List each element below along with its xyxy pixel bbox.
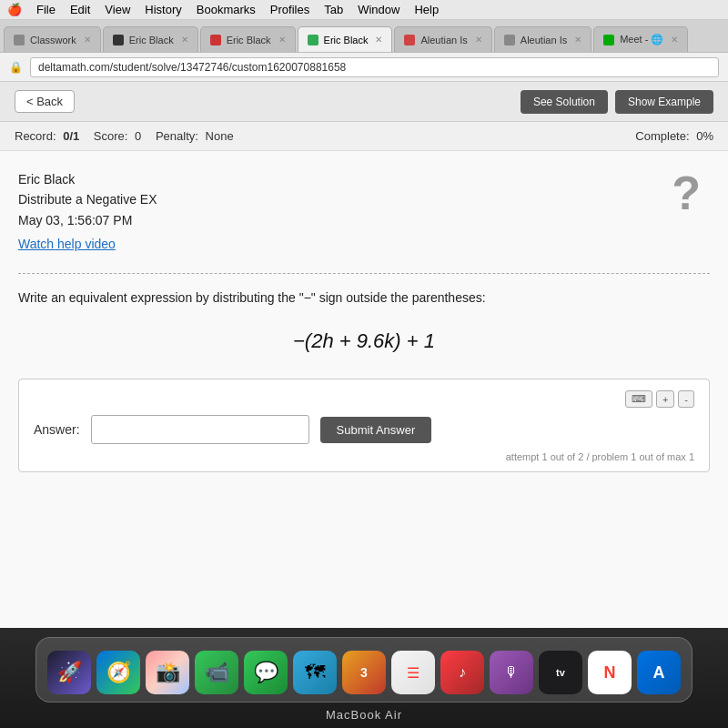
dock-item-rocket[interactable]: 🚀 xyxy=(47,651,91,694)
dock-item-tv[interactable]: tv xyxy=(539,651,582,694)
tab-close-icon[interactable]: ✕ xyxy=(671,35,678,45)
menu-tab[interactable]: Tab xyxy=(324,3,343,16)
tab-label: Eric Black xyxy=(324,35,369,46)
problem-instruction: Write an equivalent expression by distri… xyxy=(18,288,710,308)
student-name: Eric Black xyxy=(18,169,710,189)
dock-item-messages[interactable]: 💬 xyxy=(244,651,288,694)
menu-history[interactable]: History xyxy=(145,3,181,16)
dock-item-safari[interactable]: 🧭 xyxy=(96,651,140,694)
watch-help-link[interactable]: Watch help video xyxy=(18,237,116,251)
menu-view[interactable]: View xyxy=(105,3,130,16)
dock-item-maps[interactable]: 🗺 xyxy=(293,651,337,694)
attempt-info: attempt 1 out of 2 / problem 1 out of ma… xyxy=(34,451,694,462)
menu-bar: 🍎 File Edit View History Bookmarks Profi… xyxy=(0,0,728,20)
tab-meet[interactable]: Meet - 🌐 ✕ xyxy=(593,26,688,52)
student-info-wrapper: Eric Black Distribute a Negative EX May … xyxy=(18,169,710,230)
tab-favicon xyxy=(210,35,221,46)
tab-favicon xyxy=(603,35,614,46)
answer-input[interactable] xyxy=(91,415,309,444)
tab-favicon xyxy=(404,35,415,46)
tab-label: Eric Black xyxy=(129,35,174,46)
tab-aleutian-2[interactable]: Aleutian Is ✕ xyxy=(494,26,592,52)
submit-answer-button[interactable]: Submit Answer xyxy=(320,417,432,443)
complete-info: Complete: 0% xyxy=(635,129,713,143)
tab-aleutian-1[interactable]: Aleutian Is ✕ xyxy=(394,26,491,52)
back-button[interactable]: < Back xyxy=(15,90,75,113)
dock-item-facetime[interactable]: 📹 xyxy=(195,651,238,694)
lock-icon: 🔒 xyxy=(9,61,23,74)
score-bar: Record: 0/1 Score: 0 Penalty: None Compl… xyxy=(0,122,728,151)
dock-item-news[interactable]: N xyxy=(588,651,632,694)
tab-label: Aleutian Is xyxy=(420,35,467,46)
score-value: 0 xyxy=(135,129,141,143)
tab-eric-black-2[interactable]: Eric Black ✕ xyxy=(200,26,296,52)
dock-item-calendar[interactable]: 3 xyxy=(342,651,386,694)
help-question-icon[interactable]: ? xyxy=(672,169,701,217)
score-info: Record: 0/1 Score: 0 Penalty: None xyxy=(15,129,234,143)
dock-item-music[interactable]: ♪ xyxy=(440,651,484,694)
menu-help[interactable]: Help xyxy=(414,3,439,16)
see-solution-button[interactable]: See Solution xyxy=(521,90,608,114)
tab-close-icon[interactable]: ✕ xyxy=(84,35,91,45)
minus-button[interactable]: - xyxy=(678,390,694,408)
menu-bookmarks[interactable]: Bookmarks xyxy=(197,3,256,16)
dock-bar: 🚀 🧭 📸 📹 💬 🗺 3 ☰ ♪ 🎙 tv N A xyxy=(35,637,693,703)
tab-close-icon[interactable]: ✕ xyxy=(278,35,286,45)
tab-label: Classwork xyxy=(30,35,76,46)
action-buttons: See Solution Show Example xyxy=(521,90,713,114)
dock-item-appstore[interactable]: A xyxy=(637,651,681,694)
menu-file[interactable]: File xyxy=(36,3,56,16)
menu-window[interactable]: Window xyxy=(358,3,399,16)
tab-close-icon[interactable]: ✕ xyxy=(574,35,581,45)
complete-label: Complete: xyxy=(635,129,689,143)
tab-label: Eric Black xyxy=(227,35,271,46)
keyboard-icon[interactable]: ⌨ xyxy=(625,390,652,408)
penalty-label: Penalty: xyxy=(156,129,198,143)
problem-area: Eric Black Distribute a Negative EX May … xyxy=(0,151,728,628)
menu-edit[interactable]: Edit xyxy=(70,3,90,16)
tab-label: Meet - 🌐 xyxy=(620,34,663,46)
student-topic: Distribute a Negative EX xyxy=(18,189,710,209)
complete-value: 0% xyxy=(696,129,713,143)
tab-close-icon[interactable]: ✕ xyxy=(181,35,188,45)
answer-box: ⌨ + - Answer: Submit Answer attempt 1 ou… xyxy=(18,379,710,472)
penalty-value: None xyxy=(206,129,234,143)
show-example-button[interactable]: Show Example xyxy=(615,90,713,114)
record-value: 0/1 xyxy=(63,129,79,143)
answer-label: Answer: xyxy=(34,422,80,437)
dock-area: 🚀 🧭 📸 📹 💬 🗺 3 ☰ ♪ 🎙 tv N A MacBook Air xyxy=(0,628,728,728)
menu-profiles[interactable]: Profiles xyxy=(270,3,309,16)
plus-button[interactable]: + xyxy=(656,390,674,408)
tab-favicon xyxy=(308,35,318,46)
address-bar: 🔒 xyxy=(0,53,728,82)
score-label: Score: xyxy=(94,129,128,143)
answer-row: Answer: Submit Answer xyxy=(34,415,694,444)
dock-item-reminders[interactable]: ☰ xyxy=(391,651,435,694)
tab-label: Aleutian Is xyxy=(521,35,567,46)
tab-favicon xyxy=(504,35,515,46)
student-datetime: May 03, 1:56:07 PM xyxy=(18,210,710,230)
answer-toolbar: ⌨ + - xyxy=(34,390,694,408)
apple-menu[interactable]: 🍎 xyxy=(7,3,22,16)
tab-favicon xyxy=(113,35,124,46)
tab-eric-black-3[interactable]: Eric Black ✕ xyxy=(298,26,393,52)
math-expression: −(2h + 9.6k) + 1 xyxy=(18,329,710,353)
tab-classwork[interactable]: Classwork ✕ xyxy=(4,26,101,52)
action-bar: < Back See Solution Show Example xyxy=(0,82,728,122)
tab-bar: Classwork ✕ Eric Black ✕ Eric Black ✕ Er… xyxy=(0,20,728,53)
record-label: Record: xyxy=(15,129,56,143)
tab-eric-black-1[interactable]: Eric Black ✕ xyxy=(103,26,198,52)
tab-close-icon[interactable]: ✕ xyxy=(475,35,482,45)
section-divider xyxy=(18,273,710,274)
tab-favicon xyxy=(14,35,25,46)
macbook-label: MacBook Air xyxy=(326,708,402,722)
address-input[interactable] xyxy=(30,57,719,77)
dock-item-podcasts[interactable]: 🎙 xyxy=(490,651,533,694)
tab-close-icon[interactable]: ✕ xyxy=(375,35,382,45)
dock-item-photos[interactable]: 📸 xyxy=(146,651,189,694)
student-info: Eric Black Distribute a Negative EX May … xyxy=(18,169,710,230)
